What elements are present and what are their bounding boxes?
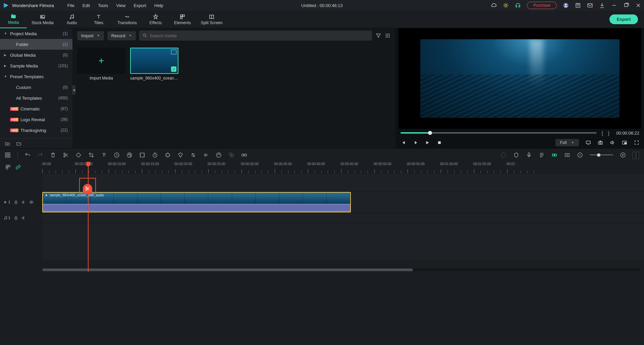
visibility-icon[interactable] [29, 200, 34, 204]
timeline-ruler[interactable]: :00:0000:00:05:0000:00:10:0000:00:15:000… [42, 161, 644, 173]
import-media-tile[interactable]: + Import Media [77, 48, 125, 81]
green-screen-icon[interactable] [139, 152, 145, 158]
menu-edit[interactable]: Edit [83, 3, 90, 8]
redo-icon[interactable] [37, 152, 43, 158]
mute-icon[interactable] [21, 216, 26, 220]
add-marker-icon[interactable] [564, 152, 570, 158]
adjust-icon[interactable] [190, 152, 196, 158]
fullscreen-icon[interactable] [634, 140, 639, 145]
link-icon[interactable] [15, 164, 21, 170]
audio-mixer-icon[interactable] [539, 152, 545, 158]
play-icon[interactable] [425, 140, 430, 145]
marker-icon[interactable] [513, 152, 519, 158]
detach-icon[interactable] [228, 152, 234, 158]
download-icon[interactable] [599, 2, 605, 8]
menu-export[interactable]: Export [133, 3, 146, 8]
crop-icon[interactable] [88, 152, 94, 158]
media-clip-tile[interactable]: ✓ sample_960x400_ocean_... [130, 48, 178, 81]
voiceover-icon[interactable] [526, 152, 532, 158]
import-dropdown[interactable]: Import▼ [77, 31, 104, 40]
undo-icon[interactable] [24, 152, 31, 158]
sidebar-item[interactable]: HOTCinematic(97) [0, 103, 72, 114]
timeline-clip[interactable]: sample_960x400_ocean_with_audio [42, 192, 351, 212]
render-segments-icon[interactable] [633, 152, 639, 158]
mask-icon[interactable] [177, 152, 183, 158]
preview-quality-dropdown[interactable]: Full▼ [555, 139, 579, 146]
preview-scrubber[interactable] [400, 132, 597, 134]
sidebar-item[interactable]: All Templates(450) [0, 93, 72, 103]
track-manager-icon[interactable] [5, 164, 11, 170]
sidebar-item[interactable]: HOTLogo Reveal(38) [0, 114, 72, 125]
zoom-slider[interactable] [590, 154, 613, 155]
text-icon[interactable] [101, 152, 107, 158]
sidebar-item[interactable]: ▼Project Media(1) [0, 28, 72, 39]
sidebar-item[interactable]: ▶Global Media(0) [0, 50, 72, 60]
sidebar-item[interactable]: ▶Sample Media(101) [0, 60, 72, 71]
motion-icon[interactable] [216, 152, 222, 158]
display-icon[interactable] [586, 140, 591, 145]
play-pause-icon[interactable] [413, 140, 418, 145]
account-icon[interactable] [563, 2, 569, 8]
tag-icon[interactable] [75, 152, 82, 158]
export-button[interactable]: Export [609, 14, 638, 24]
lock-icon[interactable] [14, 200, 18, 204]
search-input[interactable] [150, 33, 369, 38]
zoom-out-icon[interactable] [577, 152, 583, 158]
group-icon[interactable] [241, 152, 247, 158]
record-dropdown[interactable]: Record▼ [107, 31, 136, 40]
grid-view-icon[interactable] [385, 33, 391, 39]
effects-store-icon[interactable] [503, 2, 509, 8]
delete-icon[interactable] [50, 152, 56, 158]
search-media[interactable] [139, 31, 372, 41]
purchase-button[interactable]: Purchase [527, 2, 557, 9]
menu-help[interactable]: Help [154, 3, 163, 8]
sidebar-item[interactable]: Halloween(55) [0, 136, 72, 138]
filter-icon[interactable] [375, 33, 381, 39]
volume-icon[interactable] [610, 140, 615, 145]
render-preview-icon[interactable] [500, 152, 506, 158]
snapshot-icon[interactable] [598, 140, 603, 145]
auto-ripple-icon[interactable] [551, 152, 557, 158]
collapse-sidebar-handle[interactable]: ◀ [72, 85, 75, 95]
keyframe-icon[interactable] [165, 152, 171, 158]
folder-icon[interactable] [16, 141, 21, 146]
layout-icon[interactable] [5, 152, 11, 158]
audio-sync-icon[interactable] [203, 152, 209, 158]
split-indicator[interactable] [79, 178, 96, 194]
support-icon[interactable] [515, 2, 521, 8]
speed-icon[interactable] [114, 152, 120, 158]
menu-view[interactable]: View [116, 3, 125, 8]
tab-elements[interactable]: Elements [169, 11, 196, 28]
sidebar-item[interactable]: Folder(1) [0, 39, 72, 50]
split-icon[interactable] [63, 152, 69, 158]
timeline-scrollbar[interactable] [42, 268, 640, 271]
save-icon[interactable] [575, 2, 581, 8]
menu-file[interactable]: File [67, 3, 74, 8]
new-folder-icon[interactable] [5, 141, 10, 146]
sidebar-item[interactable]: Custom(0) [0, 82, 72, 93]
tab-split-screen[interactable]: Split Screen [196, 11, 227, 28]
prev-frame-icon[interactable] [400, 140, 406, 145]
tab-media[interactable]: Media [0, 11, 27, 28]
tab-audio[interactable]: Audio [58, 11, 85, 28]
pip-icon[interactable] [622, 140, 627, 145]
duration-icon[interactable] [152, 152, 158, 158]
mark-in-icon[interactable]: { [601, 130, 603, 136]
tab-titles[interactable]: Titles [85, 11, 112, 28]
tab-transitions[interactable]: Transitions [112, 11, 142, 28]
minimize-icon[interactable] [611, 2, 617, 8]
lock-icon[interactable] [14, 216, 18, 220]
sidebar-item[interactable]: ▼Preset Templates [0, 71, 72, 82]
message-icon[interactable] [587, 2, 593, 8]
color-icon[interactable] [126, 152, 132, 158]
zoom-in-icon[interactable] [620, 152, 626, 158]
tab-stock-media[interactable]: Stock Media [27, 11, 58, 28]
close-icon[interactable] [635, 2, 641, 8]
mute-icon[interactable] [21, 200, 26, 204]
preview-viewport[interactable] [398, 28, 641, 129]
stop-icon[interactable] [437, 140, 442, 145]
maximize-icon[interactable] [623, 2, 629, 8]
menu-tools[interactable]: Tools [98, 3, 108, 8]
tab-effects[interactable]: Effects [142, 11, 169, 28]
mark-out-icon[interactable]: } [608, 130, 609, 136]
